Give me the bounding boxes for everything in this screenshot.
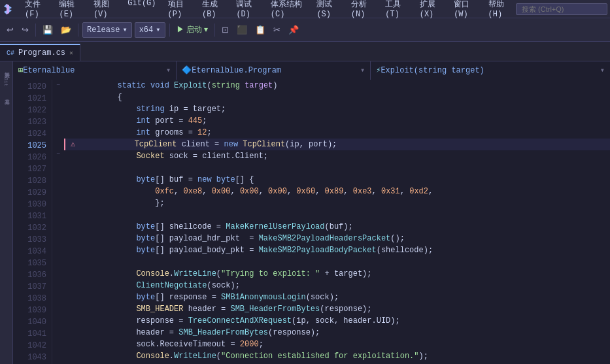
fold-indicator — [52, 158, 64, 167]
fold-indicator — [52, 210, 64, 218]
fold-indicator — [52, 295, 64, 304]
code-line: byte[] payload_hdr_pkt = MakeSMB2Payload… — [64, 233, 610, 244]
breakpoints-button[interactable]: ⬛ — [234, 24, 250, 36]
line-number: 1041 — [13, 328, 52, 340]
platform-dropdown[interactable]: x64 ▾ — [135, 22, 165, 38]
line-number: 1026 — [13, 152, 52, 163]
fold-indicator — [52, 287, 64, 295]
menu-build[interactable]: 生成(B) — [197, 0, 229, 20]
fold-indicator[interactable]: − — [52, 81, 64, 90]
redo-button[interactable]: ↪ — [19, 24, 31, 36]
class-browser: ⊞ Eternalblue ▾ 🔷 Eternalblue.Program ▾ … — [13, 61, 610, 80]
menu-help[interactable]: 帮助(H) — [483, 0, 516, 20]
code-line: 0xfc, 0xe8, 0x00, 0x00, 0x00, 0x60, 0x89… — [64, 186, 610, 197]
app-logo — [3, 3, 16, 16]
toolbar-divider-1 — [35, 24, 36, 37]
code-line: static void Exploit(string target) — [64, 80, 610, 91]
fold-indicator — [52, 339, 64, 347]
tab-close-button[interactable]: ✕ — [69, 49, 73, 57]
line-number: 1027 — [13, 163, 52, 175]
attach-button[interactable]: ⊡ — [219, 24, 231, 36]
menu-tools[interactable]: 工具(T) — [380, 0, 413, 20]
platform-label: x64 — [139, 25, 154, 35]
code-line: { — [64, 91, 610, 103]
line-number: 1038 — [13, 293, 52, 305]
chevron-down-icon: ▾ — [122, 25, 127, 35]
fold-indicator — [52, 184, 64, 193]
namespace-chevron: ▾ — [166, 65, 171, 75]
line-number: 1029 — [13, 187, 52, 199]
sidebar-item-solution[interactable]: 解决方案 — [1, 64, 11, 72]
method-dropdown[interactable]: ⚡ Exploit(string target) ▾ — [371, 61, 610, 80]
fold-indicator — [52, 107, 64, 115]
line-number: 1030 — [13, 199, 52, 210]
tab-icon: C# — [7, 50, 14, 57]
menu-extensions[interactable]: 扩展(X) — [415, 0, 447, 20]
code-line: SMB_HEADER header = SMB_HeaderFromBytes(… — [64, 303, 610, 315]
fold-indicator — [52, 347, 64, 356]
menu-test[interactable]: 测试(S) — [311, 0, 344, 20]
line-number: 1024 — [13, 128, 52, 140]
menu-git[interactable]: Git(G) — [122, 0, 161, 20]
fold-indicator — [52, 218, 64, 227]
line-number: 1036 — [13, 269, 52, 281]
menu-project[interactable]: 项目(P) — [163, 0, 195, 20]
menu-debug[interactable]: 调试(D) — [231, 0, 263, 20]
fold-indicator — [52, 270, 64, 278]
fold-indicator[interactable]: − — [52, 150, 64, 158]
menu-view[interactable]: 视图(V) — [88, 0, 121, 20]
menu-edit[interactable]: 编辑(E) — [54, 0, 86, 20]
sidebar-item-git[interactable]: Git — [2, 73, 10, 90]
open-button[interactable]: 📂 — [58, 24, 74, 36]
pin-button[interactable]: 📌 — [286, 24, 301, 36]
fold-indicator — [52, 201, 64, 210]
menu-file[interactable]: 文件(F) — [20, 0, 52, 20]
fold-indicator — [52, 175, 64, 184]
fold-indicator — [52, 278, 64, 287]
line-numbers: 1020102110221023102410251026102710281029… — [13, 80, 52, 364]
code-line: Socket sock = client.Client; — [64, 150, 610, 162]
code-lines[interactable]: static void Exploit(string target) { str… — [64, 80, 610, 364]
fold-indicator — [52, 322, 64, 330]
code-line: byte[] response = SMB1AnonymousLogin(soc… — [64, 291, 610, 303]
run-button[interactable]: ▶ 启动 ▾ — [174, 23, 211, 37]
line-number: 1042 — [13, 340, 52, 352]
fold-indicator — [52, 133, 64, 141]
method-label: Exploit(string target) — [381, 66, 484, 75]
namespace-dropdown[interactable]: ⊞ Eternalblue ▾ — [13, 61, 177, 80]
fold-indicator — [52, 235, 64, 244]
save-button[interactable]: 💾 — [40, 24, 56, 36]
main-layout: 解决方案 Git 工具箱 ⊞ Eternalblue ▾ 🔷 Eternalbl… — [0, 61, 610, 364]
namespace-label: Eternalblue — [23, 66, 75, 75]
menu-analyze[interactable]: 分析(N) — [346, 0, 379, 20]
undo-button[interactable]: ↩ — [4, 24, 16, 36]
fold-indicator — [52, 124, 64, 133]
class-dropdown[interactable]: 🔷 Eternalblue.Program ▾ — [177, 61, 371, 80]
search-input[interactable] — [516, 3, 607, 15]
code-line: byte[] shellcode = MakeKernelUserPayload… — [64, 221, 610, 233]
code-line: }; — [64, 197, 610, 209]
build-config-dropdown[interactable]: Release ▾ — [82, 22, 132, 38]
fold-indicator — [52, 253, 64, 261]
chevron-down-icon-2: ▾ — [156, 25, 160, 35]
code-editor: ⊞ Eternalblue ▾ 🔷 Eternalblue.Program ▾ … — [13, 61, 610, 364]
fold-indicator — [52, 90, 64, 98]
copy-button[interactable]: 📋 — [252, 24, 268, 36]
sidebar-item-toolbox[interactable]: 工具箱 — [1, 91, 11, 99]
code-line: byte[] payload_body_pkt = MakeSMB2Payloa… — [64, 244, 610, 256]
code-line: ClientNegotiate(sock); — [64, 280, 610, 291]
toolbar-divider-4 — [214, 24, 215, 37]
code-line: header = SMB_HeaderFromBytes(response); — [64, 327, 610, 339]
tab-program-cs[interactable]: C# Program.cs ✕ — [0, 44, 80, 61]
cut-button[interactable]: ✂ — [271, 24, 283, 36]
method-icon: ⚡ — [376, 65, 381, 75]
fold-indicator — [52, 304, 64, 312]
menu-window[interactable]: 窗口(W) — [449, 0, 481, 20]
menu-arch[interactable]: 体系结构(C) — [265, 0, 311, 20]
code-panel: 1020102110221023102410251026102710281029… — [13, 80, 610, 364]
namespace-icon: ⊞ — [18, 65, 23, 75]
toolbar-divider-2 — [78, 24, 78, 37]
code-line: ⚠ TcpClient client = new TcpClient(ip, p… — [64, 139, 610, 150]
line-number: 1028 — [13, 175, 52, 187]
code-line: Console.WriteLine("Connection establishe… — [64, 350, 610, 362]
